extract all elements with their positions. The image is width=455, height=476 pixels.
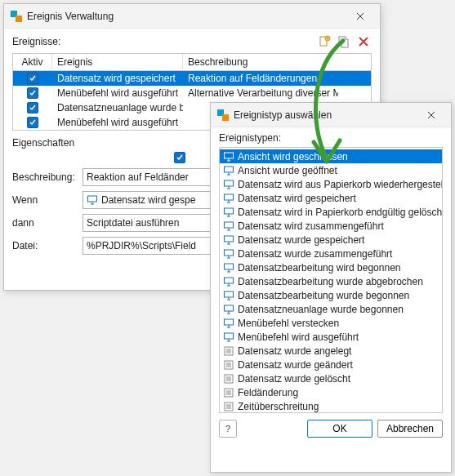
cell-ereignis: Menübefehl wird ausgeführt (52, 87, 183, 100)
svg-rect-7 (225, 153, 234, 158)
cell-beschreibung: Reaktion auf Feldänderungen (183, 72, 338, 85)
new-document-icon (318, 35, 331, 48)
dann-label: dann (12, 217, 83, 229)
list-item[interactable]: Datensatzneuanlage wurde begonnen (220, 302, 442, 316)
list-item[interactable]: Datensatz wurde geändert (220, 358, 442, 371)
close-button[interactable] (342, 5, 378, 28)
svg-rect-16 (225, 194, 234, 200)
datei-value: %PRJDIR%\Scripts\Field (87, 240, 196, 251)
close-icon (356, 12, 364, 20)
list-item-label: Datensatz wurde angelegt (238, 345, 351, 357)
new-event-button[interactable] (316, 33, 332, 50)
list-item-label: Menübefehl wird ausgeführt (238, 331, 359, 343)
cell-aktiv[interactable] (13, 87, 52, 100)
list-item[interactable]: Datensatz wird aus Papierkorb wiederherg… (220, 177, 442, 191)
list-item[interactable]: Datensatz wird in Papierkorb endgültig g… (220, 205, 442, 219)
dann-value: Scriptdatei ausführen (87, 217, 179, 229)
svg-rect-34 (225, 278, 234, 283)
wenn-value: Datensatz wird gespe (101, 194, 195, 206)
delete-x-icon (357, 35, 370, 48)
svg-rect-40 (225, 305, 234, 311)
list-item[interactable]: Ansicht wurde geöffnet (220, 163, 442, 177)
svg-rect-13 (225, 180, 234, 186)
list-item[interactable]: Datensatz wurde angelegt (220, 344, 442, 358)
list-item-label: Menübefehl verstecken (238, 318, 339, 329)
list-item[interactable]: Datensatz wurde gelöscht (220, 371, 442, 385)
dialog-title: Ereignistyp auswählen (234, 109, 413, 121)
svg-rect-43 (225, 319, 234, 325)
event-type-dialog: Ereignistyp auswählen Ereignistypen: Ans… (210, 102, 452, 473)
row-checkbox[interactable] (27, 87, 38, 99)
list-item-label: Datensatz wird aus Papierkorb wiederherg… (238, 179, 443, 190)
ok-button[interactable]: OK (307, 420, 372, 438)
dialog-close-button[interactable] (413, 104, 449, 127)
list-item-label: Datensatz wird zusammengeführt (238, 220, 384, 232)
close-icon (427, 111, 435, 119)
list-item[interactable]: Datensatzbearbeitung wurde abgebrochen (220, 274, 442, 288)
list-item-label: Datensatz wurde gespeichert (238, 234, 364, 246)
list-item-label: Datensatzbearbeitung wird begonnen (238, 262, 400, 274)
list-item[interactable]: Zeitüberschreitung (220, 399, 442, 413)
list-item[interactable]: Menübefehl wird ausgeführt (220, 330, 442, 344)
list-item[interactable]: Datensatz wird gespeichert (220, 191, 442, 205)
aktiv-checkbox[interactable] (174, 152, 185, 163)
cell-ereignis: Menübefehl wird ausgeführt (52, 116, 183, 129)
list-item-label: Datensatzneuanlage wurde begonnen (238, 304, 404, 315)
beschreibung-value: Reaktion auf Feldänder (87, 171, 189, 183)
ereignistypen-label: Ereignistypen: (219, 132, 443, 144)
list-item[interactable]: Menübefehl verstecken (220, 316, 442, 330)
app-icon (11, 11, 22, 22)
svg-rect-10 (225, 167, 234, 172)
list-item-label: Ansicht wird geschlossen (238, 151, 348, 162)
list-item-label: Feldänderung (238, 387, 298, 398)
list-item[interactable]: Feldänderung (220, 385, 442, 399)
app-icon (217, 109, 229, 121)
list-item-label: Datensatzbearbeitung wurde abgebrochen (238, 276, 423, 287)
list-item-label: Datensatz wurde zusammengeführt (238, 248, 392, 260)
list-item[interactable]: Ansicht wird geschlossen (220, 149, 442, 163)
help-button[interactable]: ? (219, 420, 237, 438)
copy-event-button[interactable] (336, 33, 352, 50)
list-item-label: Ansicht wurde geöffnet (238, 165, 337, 176)
col-header-beschreibung[interactable]: Beschreibung (183, 54, 338, 70)
copy-icon (337, 35, 350, 48)
list-item-label: Datensatzbearbeitung wurde begonnen (238, 290, 409, 301)
row-checkbox[interactable] (27, 117, 38, 128)
main-window-title: Ereignis Verwaltung (27, 11, 342, 22)
svg-rect-4 (88, 196, 97, 202)
event-type-list[interactable]: Ansicht wird geschlossenAnsicht wurde ge… (219, 147, 443, 413)
monitor-icon (87, 194, 98, 206)
svg-rect-22 (225, 222, 234, 228)
list-item[interactable]: Datensatz wurde gespeichert (220, 233, 442, 247)
table-row[interactable]: Menübefehl wird ausgeführtAlternative Ve… (13, 86, 371, 100)
list-item-label: Datensatz wurde gelöscht (238, 373, 350, 385)
cell-aktiv[interactable] (13, 116, 52, 129)
cancel-button[interactable]: Abbrechen (377, 420, 443, 438)
col-header-ereignis[interactable]: Ereignis (52, 54, 183, 70)
cell-beschreibung: Alternative Verarbeitung diverser M (183, 87, 338, 100)
cell-aktiv[interactable] (13, 72, 52, 85)
cell-ereignis: Datensatzneuanlage wurde b (52, 101, 183, 114)
main-titlebar: Ereignis Verwaltung (4, 4, 380, 29)
row-checkbox[interactable] (27, 73, 38, 84)
table-row[interactable]: Datensatz wird gespeichertReaktion auf F… (13, 71, 371, 86)
col-header-aktiv[interactable]: Aktiv (13, 54, 52, 70)
dialog-titlebar: Ereignistyp auswählen (211, 103, 451, 127)
table-header: Aktiv Ereignis Beschreibung (13, 54, 371, 71)
svg-rect-19 (225, 208, 234, 214)
list-item[interactable]: Datensatzbearbeitung wurde begonnen (220, 288, 442, 302)
list-item-label: Datensatz wurde geändert (238, 359, 353, 371)
list-item-label: Zeitüberschreitung (238, 401, 319, 412)
ereignisse-label: Ereignisse: (12, 36, 60, 47)
datei-label: Datei: (12, 240, 83, 251)
beschreibung-label: Beschreibung: (12, 171, 83, 183)
cell-ereignis: Datensatz wird gespeichert (52, 72, 183, 85)
wenn-label: Wenn (12, 194, 83, 206)
list-item-label: Datensatz wird gespeichert (238, 193, 356, 204)
row-checkbox[interactable] (27, 102, 38, 113)
list-item[interactable]: Datensatzbearbeitung wird begonnen (220, 260, 442, 274)
list-item[interactable]: Datensatz wird zusammengeführt (220, 219, 442, 233)
delete-event-button[interactable] (355, 33, 372, 50)
list-item[interactable]: Datensatz wurde zusammengeführt (220, 247, 442, 260)
cell-aktiv[interactable] (13, 101, 52, 114)
